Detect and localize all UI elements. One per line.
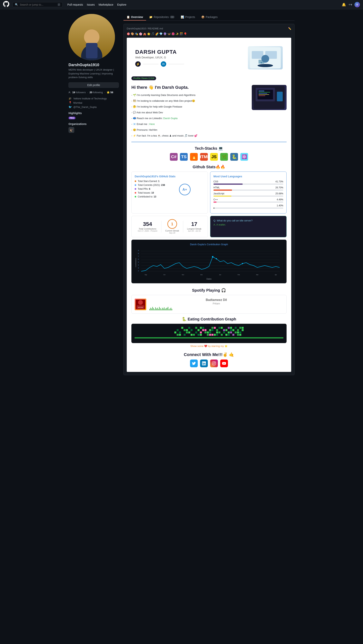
nav-pull-requests[interactable]: Pull requests: [67, 3, 83, 6]
lang-html: HTML 26.70%: [213, 186, 283, 191]
svg-text:Dec: Dec: [200, 274, 203, 276]
profile-university: 🎓 Vellore Institute of Technology: [69, 97, 119, 100]
overview-icon: 📋: [127, 16, 130, 18]
stats-pair: DarshGupta1910's GitHub Stats Total Star…: [131, 172, 286, 214]
total-contributions-number: 354: [138, 221, 157, 227]
profile-location: 📍 Mumbai: [69, 101, 119, 104]
stat-commits: Total Commits (2021): 238: [135, 184, 165, 186]
header-nav: Pull requests Issues Marketplace Explore: [67, 3, 126, 6]
readme-content: DARSH GUPTA Web Developer, UI/UX, G ⚡ in: [127, 38, 291, 372]
stat-issues: Total Issues: 10: [135, 192, 165, 194]
tech-stacks-heading: Tech-Stacks 💻: [131, 146, 286, 151]
svg-text:Jan: Jan: [219, 274, 221, 276]
highlights-title: Highlights: [69, 112, 119, 115]
firebase-icon: 🔥: [190, 153, 198, 161]
lang-css: CSS 41.73%: [213, 180, 283, 185]
search-bar[interactable]: 🔍 /: [13, 2, 63, 7]
profile-sidebar: 💬 DarshGupta1910 MERN Web developer | UI…: [69, 14, 119, 378]
banner-illustration: [248, 46, 283, 70]
about-item-3: - 💬 Ask me about Web Dev: [131, 110, 249, 116]
longest-streak-label: Longest Streak: [187, 228, 201, 230]
lang-js: JavaScript 25.68%: [213, 192, 283, 197]
nav-explore[interactable]: Explore: [117, 3, 126, 6]
nav-marketplace[interactable]: Marketplace: [99, 3, 113, 6]
react-icon: ⚛️: [240, 153, 248, 161]
about-item-4: - 📫 Reach me on LinkedIn: Darsh Gupta: [131, 116, 249, 121]
spotify-heading: Spotify Playing 🎧: [131, 288, 286, 292]
main-container: 💬 DarshGupta1910 MERN Web developer | UI…: [65, 9, 298, 383]
about-item-5: - 📧 Email me : Here: [131, 121, 249, 127]
about-list: - 🌱 I'm currently learning Data Structur…: [131, 92, 249, 139]
eating-contrib-progress-bar: [135, 337, 283, 338]
email-link[interactable]: Here: [149, 122, 155, 126]
notifications-icon[interactable]: 🔔: [342, 2, 346, 7]
profile-info-list: 🎓 Vellore Institute of Technology 📍 Mumb…: [69, 97, 119, 108]
instagram-social-link[interactable]: [210, 360, 218, 367]
profile-bio: MERN Web developer | UI/UX designer | Ex…: [69, 68, 119, 79]
search-shortcut-badge: /: [58, 3, 60, 6]
user-avatar[interactable]: D: [354, 2, 360, 7]
follow-stats: 19 followers · 20 following · ⭐ 58: [69, 91, 119, 94]
tab-projects[interactable]: 📊 Projects: [178, 14, 198, 20]
svg-point-37: [242, 263, 243, 264]
search-input[interactable]: [20, 3, 56, 6]
svg-rect-2: [86, 43, 98, 58]
github-logo-icon[interactable]: [3, 1, 9, 8]
header-actions: 🔔 +▾ D: [342, 2, 360, 7]
about-item-6: - 😊 Pronouns: He/Him: [131, 127, 249, 133]
org-avatar[interactable]: 🦅: [69, 127, 74, 133]
spotify-artist-name: Pritam: [149, 302, 283, 305]
tab-packages[interactable]: 📦 Packages: [198, 14, 221, 20]
typescript-icon: TS: [180, 153, 188, 161]
current-streak-ring: 1: [167, 219, 177, 229]
tab-repositories[interactable]: 📁 Repositories 33: [146, 14, 178, 20]
stat-stars: Total Stars Earned: 1: [135, 180, 165, 182]
linkedin-banner-icon[interactable]: in: [161, 61, 166, 67]
tab-overview[interactable]: 📋 Overview: [123, 14, 146, 20]
banner-divider: [143, 64, 158, 64]
banner-divider2: [169, 64, 184, 64]
edit-profile-button[interactable]: Edit profile: [69, 82, 119, 88]
javascript-icon: JS: [210, 153, 218, 161]
svg-rect-15: [258, 93, 267, 94]
connect-section: Connect With Me!!!✌️ 🤙: [131, 352, 286, 367]
eating-contrib-section: 🐍 Eating Contribution Graph: [131, 317, 286, 348]
svg-point-9: [261, 55, 269, 63]
longest-streak-number: 17: [187, 221, 201, 227]
organizations-section: Organizations 🦅: [69, 122, 119, 133]
nav-issues[interactable]: Issues: [87, 3, 95, 6]
banner-name: DARSH GUPTA: [135, 49, 184, 55]
readme-divider-1: [131, 142, 286, 142]
edit-readme-icon[interactable]: ✏️: [288, 27, 291, 30]
svg-point-35: [212, 256, 213, 258]
profile-twitter[interactable]: 🐦 @The_Darsh_Gupta: [69, 106, 119, 108]
total-contributions-label: Total Contributions: [138, 228, 157, 230]
add-icon[interactable]: +▾: [348, 2, 352, 7]
python-icon: 🐍: [230, 153, 238, 161]
dribbble-icon[interactable]: ⚡: [135, 61, 141, 67]
following-stat[interactable]: 20 following: [90, 91, 103, 94]
svg-text:4: 4: [138, 264, 139, 266]
svg-rect-18: [277, 92, 283, 101]
linkedin-social-link[interactable]: [200, 360, 208, 367]
spotify-section: Spotify Playing 🎧 MOVIE Badtameez Dil: [131, 288, 286, 314]
current-streak-stat: 1 Current Streak Sep 29: [163, 219, 182, 234]
profile-views-section: Profile Views 2,314: [131, 76, 286, 82]
github-stats-heading: Github Stats🔥🔥: [131, 164, 286, 169]
eating-row-1: [135, 327, 283, 329]
twitter-social-link[interactable]: [190, 360, 198, 367]
svg-point-0: [84, 30, 100, 45]
repo-count-badge: 33: [170, 16, 175, 18]
svg-rect-14: [258, 92, 270, 92]
linkedin-link[interactable]: Darsh Gupta: [163, 117, 178, 120]
svg-text:Apr: Apr: [275, 274, 277, 276]
languages-card: Most Used Languages CSS 41.73% HTML 2: [210, 172, 286, 214]
readme-path: DarshGupta1910 / README.md: [127, 27, 163, 30]
followers-stat[interactable]: 19 followers: [69, 91, 86, 94]
youtube-social-link[interactable]: [220, 360, 228, 367]
eating-row-4: [135, 334, 283, 336]
packages-icon: 📦: [201, 16, 205, 18]
profile-display-name: DarshGupta1910: [69, 63, 119, 67]
profile-banner: DARSH GUPTA Web Developer, UI/UX, G ⚡ in: [131, 42, 286, 73]
svg-text:5: 5: [138, 261, 139, 263]
